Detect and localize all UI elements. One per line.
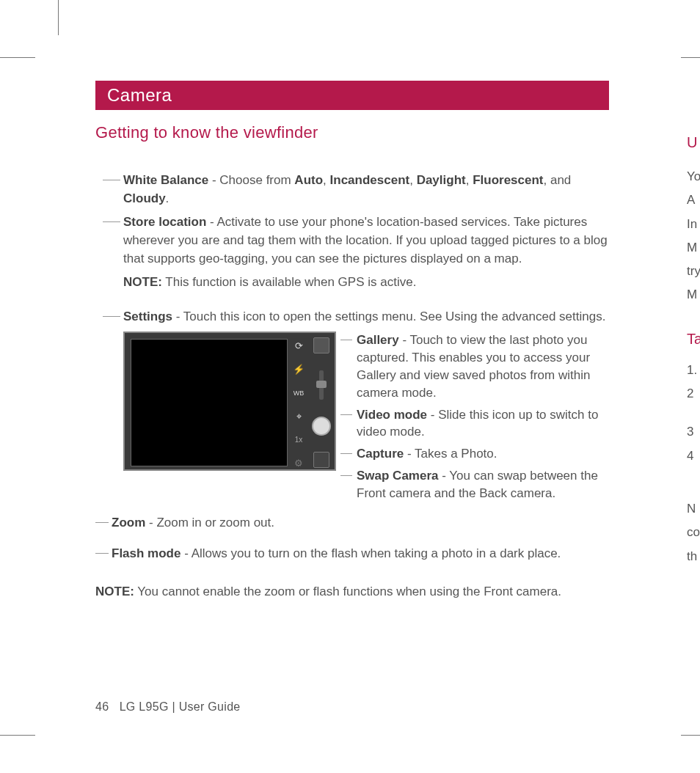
viewfinder-right-controls bbox=[311, 337, 332, 468]
cutoff-text: M bbox=[687, 283, 700, 307]
text: - Allows you to turn on the flash when t… bbox=[181, 546, 561, 560]
page-number: 46 bbox=[95, 700, 109, 713]
cutoff-text: In bbox=[687, 213, 700, 236]
item-store-location-note: NOTE: This function is available when GP… bbox=[95, 274, 609, 292]
subheading: Getting to know the viewfinder bbox=[95, 123, 609, 142]
label: Store location bbox=[123, 215, 206, 229]
item-gallery: Gallery - Touch to view the last photo y… bbox=[352, 331, 609, 401]
text: - Choose from bbox=[208, 173, 294, 187]
leader-line bbox=[103, 221, 120, 222]
item-video-mode: Video mode - Slide this icon up to switc… bbox=[352, 406, 609, 442]
label: Flash mode bbox=[112, 546, 181, 560]
text: - Takes a Photo. bbox=[404, 447, 497, 461]
viewfinder-left-icons: ⟳ ⚡ WB ⌖ 1x ⚙ bbox=[290, 339, 307, 471]
cutoff-text: M bbox=[687, 236, 700, 260]
zoom-icon: 1x bbox=[291, 433, 306, 447]
leader-line bbox=[95, 522, 109, 523]
text: This function is available when GPS is a… bbox=[162, 275, 416, 289]
shutter-button-icon bbox=[312, 417, 331, 436]
text: - Zoom in or zoom out. bbox=[145, 516, 274, 530]
mode-slider-icon bbox=[319, 370, 324, 400]
label: Gallery bbox=[357, 333, 399, 347]
opt: Fluorescent bbox=[473, 173, 543, 187]
page-content: Camera Getting to know the viewfinder Wh… bbox=[95, 81, 609, 601]
label: Settings bbox=[123, 309, 172, 323]
cutoff-text: A bbox=[687, 188, 700, 212]
label: Swap Camera bbox=[357, 469, 439, 483]
cutoff-text: 3 bbox=[687, 420, 700, 444]
viewfinder-diagram: ⟳ ⚡ WB ⌖ 1x ⚙ Gallery - Touch to view th… bbox=[95, 331, 609, 506]
body-block: White Balance - Choose from Auto, Incand… bbox=[95, 172, 609, 601]
opt: Auto bbox=[294, 173, 323, 187]
geotag-icon: ⌖ bbox=[291, 409, 306, 424]
item-store-location: Store location - Activate to use your ph… bbox=[95, 213, 609, 268]
footer-note: NOTE: You cannot enable the zoom or flas… bbox=[95, 582, 609, 601]
separator: | bbox=[169, 700, 179, 713]
cutoff-text: Yo bbox=[687, 165, 700, 188]
page-footer: 46 LG L95G | User Guide bbox=[95, 700, 241, 714]
cutoff-text: th bbox=[687, 545, 700, 568]
crop-mark bbox=[681, 735, 700, 736]
gallery-thumbnail-icon bbox=[313, 337, 329, 353]
cutoff-text: 2 bbox=[687, 382, 700, 406]
text: . bbox=[166, 191, 169, 205]
crop-mark bbox=[0, 735, 35, 736]
leader-line bbox=[103, 316, 120, 317]
cutoff-text: 1. bbox=[687, 359, 700, 382]
item-zoom: Zoom - Zoom in or zoom out. bbox=[95, 514, 609, 532]
settings-icon: ⚙ bbox=[291, 456, 306, 471]
label: Capture bbox=[357, 447, 404, 461]
label: Video mode bbox=[357, 408, 427, 422]
crop-mark bbox=[0, 57, 35, 58]
opt: Daylight bbox=[417, 173, 466, 187]
label: NOTE: bbox=[95, 585, 134, 598]
text: - Touch this icon to open the settings m… bbox=[172, 309, 605, 323]
leader-line bbox=[103, 180, 120, 180]
swap-camera-icon: ⟳ bbox=[291, 339, 306, 353]
cutoff-text: co bbox=[687, 521, 700, 544]
flash-icon: ⚡ bbox=[291, 362, 306, 377]
opt: Incandescent bbox=[330, 173, 410, 187]
text: You cannot enable the zoom or flash func… bbox=[134, 585, 561, 598]
doc-type: User Guide bbox=[179, 700, 241, 713]
right-callouts: Gallery - Touch to view the last photo y… bbox=[352, 331, 609, 506]
cutoff-text: try bbox=[687, 260, 700, 283]
item-swap-camera: Swap Camera - You can swap between the F… bbox=[352, 467, 609, 502]
cutoff-text: Ta bbox=[687, 325, 700, 353]
swap-button-icon bbox=[313, 452, 329, 468]
item-white-balance: White Balance - Choose from Auto, Incand… bbox=[95, 172, 609, 208]
product-name: LG L95G bbox=[120, 700, 169, 713]
cutoff-text: N bbox=[687, 497, 700, 521]
viewfinder-screen bbox=[131, 339, 288, 466]
next-page-cutoff: U Yo A In M try M Ta 1. 2 3 4 N co th bbox=[687, 128, 700, 568]
item-settings: Settings - Touch this icon to open the s… bbox=[95, 308, 609, 326]
opt: Cloudy bbox=[123, 191, 166, 205]
viewfinder-illustration: ⟳ ⚡ WB ⌖ 1x ⚙ bbox=[123, 331, 336, 471]
cutoff-text: 4 bbox=[687, 444, 700, 468]
crop-mark bbox=[58, 0, 59, 35]
item-capture: Capture - Takes a Photo. bbox=[352, 445, 609, 463]
crop-mark bbox=[681, 57, 700, 58]
label: NOTE: bbox=[123, 275, 162, 289]
item-flash-mode: Flash mode - Allows you to turn on the f… bbox=[95, 545, 609, 563]
cutoff-text: U bbox=[687, 128, 700, 156]
label: White Balance bbox=[123, 173, 208, 187]
section-title: Camera bbox=[95, 81, 609, 110]
white-balance-icon: WB bbox=[291, 386, 306, 400]
leader-line bbox=[95, 553, 109, 554]
label: Zoom bbox=[112, 516, 145, 530]
